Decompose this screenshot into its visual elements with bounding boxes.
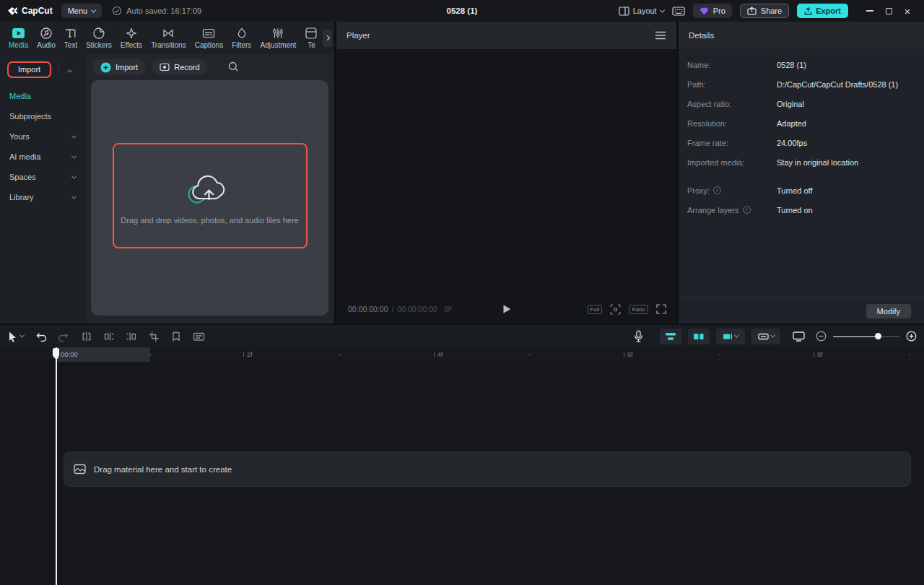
- crop-button[interactable]: [148, 331, 160, 342]
- info-icon[interactable]: i: [713, 186, 721, 194]
- import-media-button[interactable]: Import: [92, 59, 146, 75]
- tab-stickers[interactable]: Stickers: [82, 27, 116, 49]
- detail-label: Path:: [687, 80, 706, 89]
- record-button[interactable]: Record: [152, 59, 207, 75]
- export-icon: [804, 7, 812, 15]
- split-button[interactable]: [81, 331, 92, 342]
- sidebar-item-label: Subprojects: [9, 112, 51, 121]
- timeline-toolbar: [0, 325, 924, 347]
- sidebar-item-spaces[interactable]: Spaces: [7, 167, 79, 187]
- track-height-toggle[interactable]: [751, 329, 780, 344]
- info-icon[interactable]: i: [743, 206, 751, 214]
- player-menu-icon[interactable]: [655, 31, 666, 40]
- mark-button[interactable]: [170, 331, 182, 342]
- undo-button[interactable]: [35, 331, 47, 342]
- record-button-label: Record: [174, 63, 199, 72]
- detail-value: 0528 (1): [777, 61, 806, 69]
- focus-icon[interactable]: [610, 304, 621, 315]
- tab-audio[interactable]: Audio: [32, 27, 60, 49]
- tab-effects[interactable]: Effects: [116, 27, 147, 49]
- menu-button[interactable]: Menu: [61, 4, 103, 18]
- tab-label: Text: [64, 41, 77, 49]
- chevron-down-icon: [734, 333, 739, 338]
- sidebar-item-library[interactable]: Library: [7, 187, 79, 207]
- tab-adjustment[interactable]: Adjustment: [256, 27, 300, 49]
- select-tool-button[interactable]: [7, 331, 24, 342]
- slider-knob[interactable]: [875, 333, 881, 339]
- layout-button[interactable]: Layout: [619, 6, 664, 16]
- capcut-logo: CapCut: [7, 6, 53, 16]
- adapt-timeline-button[interactable]: [793, 332, 805, 342]
- timeline-tracks-area[interactable]: Drag material here and start to create: [0, 362, 924, 585]
- tab-templates-truncated[interactable]: Te: [300, 27, 322, 49]
- fullscreen-icon[interactable]: [656, 304, 666, 314]
- media-dropzone[interactable]: Drag and drop videos, photos, and audio …: [91, 80, 328, 316]
- tick: [624, 352, 624, 357]
- tab-label: Stickers: [86, 41, 112, 49]
- transcript-button[interactable]: [193, 331, 205, 342]
- timeline-zoom-slider[interactable]: [833, 329, 899, 344]
- redo-button[interactable]: [58, 331, 70, 342]
- tab-media[interactable]: Media: [4, 27, 32, 49]
- export-button[interactable]: Export: [797, 4, 848, 18]
- sidebar-item-ai-media[interactable]: AI media: [7, 147, 79, 167]
- tab-captions[interactable]: Captions: [191, 27, 227, 49]
- dropzone-hint-text: Drag and drop videos, photos, and audio …: [121, 216, 298, 225]
- duration-options-icon[interactable]: [444, 306, 453, 313]
- expand-ribbon-button[interactable]: [323, 30, 332, 47]
- details-header: Details: [679, 22, 924, 49]
- layout-icon: [619, 6, 629, 16]
- ratio-badge[interactable]: Ratio: [629, 305, 648, 314]
- sidebar-item-yours[interactable]: Yours: [7, 126, 79, 147]
- preview-axis-toggle[interactable]: [716, 329, 745, 344]
- link-icon: [693, 332, 705, 341]
- share-icon: [747, 6, 757, 15]
- playhead[interactable]: [53, 347, 59, 585]
- capcut-logo-icon: [7, 6, 18, 16]
- tab-filters[interactable]: Filters: [227, 27, 256, 49]
- detail-label: Aspect ratio:: [687, 100, 731, 108]
- export-label: Export: [816, 6, 841, 15]
- ribbon-tabs: Media Audio Text: [0, 22, 334, 54]
- timeline-ruler[interactable]: 00:00 2f 4f 6f 8f: [0, 347, 924, 362]
- zoom-out-button[interactable]: [816, 331, 827, 342]
- linkage-toggle[interactable]: [688, 329, 710, 344]
- check-circle-icon: [112, 6, 122, 16]
- tab-transitions[interactable]: Transitions: [147, 27, 191, 49]
- minimize-button[interactable]: [860, 2, 879, 20]
- pro-label: Pro: [713, 6, 725, 15]
- delete-right-button[interactable]: [126, 331, 137, 342]
- tab-text[interactable]: Text: [60, 27, 82, 49]
- maximize-button[interactable]: [879, 2, 898, 20]
- templates-icon: [305, 27, 318, 40]
- tab-label: Effects: [121, 41, 142, 49]
- ruler-mark: 4f: [434, 347, 443, 362]
- details-body: Name: 0528 (1) Path: D:/CapCut/CapCut Dr…: [679, 49, 924, 220]
- empty-track-dropzone[interactable]: Drag material here and start to create: [64, 451, 911, 487]
- chevron-down-icon: [71, 173, 77, 178]
- sidebar-item-subprojects[interactable]: Subprojects: [7, 106, 79, 126]
- shortcuts-button[interactable]: [672, 6, 685, 16]
- quality-badge[interactable]: Full: [588, 305, 603, 314]
- play-button[interactable]: [502, 304, 511, 314]
- playhead-handle[interactable]: [53, 348, 59, 357]
- import-source-button[interactable]: Import: [7, 61, 51, 78]
- zoom-in-button[interactable]: [906, 331, 917, 342]
- details-title: Details: [689, 31, 714, 40]
- chevron-right-icon: [325, 35, 330, 40]
- share-button[interactable]: Share: [740, 4, 789, 18]
- voiceover-mic-button[interactable]: [634, 330, 643, 342]
- details-row-frame-rate: Frame rate: 24.00fps: [687, 133, 915, 152]
- modify-button[interactable]: Modify: [866, 304, 911, 318]
- pro-badge[interactable]: Pro: [693, 4, 732, 18]
- search-button[interactable]: [228, 61, 239, 72]
- close-button[interactable]: ×: [898, 2, 917, 20]
- project-title: 0528 (1): [447, 6, 478, 15]
- sidebar-item-label: Spaces: [9, 173, 36, 181]
- magnetic-snap-toggle[interactable]: [660, 329, 681, 344]
- details-panel: Details Name: 0528 (1) Path: D:/CapCut/C…: [679, 22, 924, 324]
- sidebar-item-media[interactable]: Media: [7, 86, 79, 106]
- ruler-mark: 6f: [624, 347, 633, 362]
- delete-left-button[interactable]: [103, 331, 115, 342]
- collapse-import-button[interactable]: [65, 60, 74, 79]
